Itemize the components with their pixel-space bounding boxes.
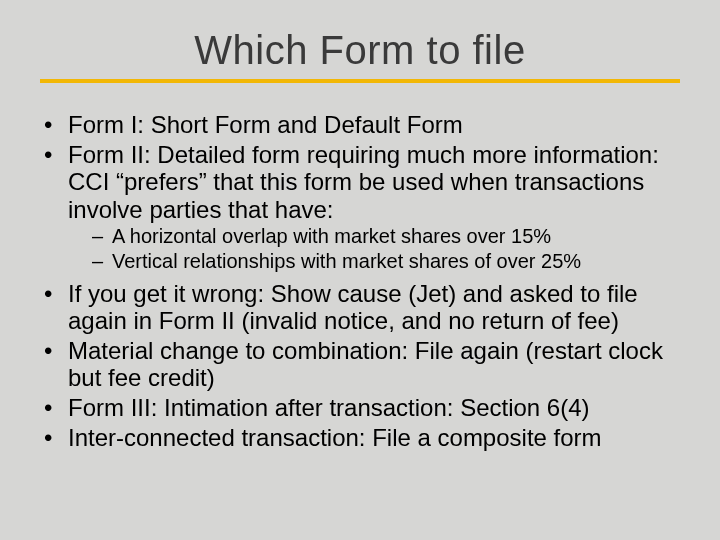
- bullet-text: If you get it wrong: Show cause (Jet) an…: [68, 280, 638, 335]
- bullet-text: Material change to combination: File aga…: [68, 337, 663, 392]
- sub-bullet-text: A horizontal overlap with market shares …: [112, 225, 551, 247]
- sub-bullet-item: A horizontal overlap with market shares …: [92, 225, 680, 249]
- bullet-item: Form III: Intimation after transaction: …: [40, 394, 680, 422]
- sub-bullet-text: Vertical relationships with market share…: [112, 250, 581, 272]
- slide-title: Which Form to file: [190, 28, 529, 75]
- title-wrap: Which Form to file: [34, 28, 686, 75]
- bullet-text: Inter-connected transaction: File a comp…: [68, 424, 602, 451]
- bullet-text: Form III: Intimation after transaction: …: [68, 394, 590, 421]
- sub-bullet-list: A horizontal overlap with market shares …: [68, 225, 680, 273]
- bullet-item: Form II: Detailed form requiring much mo…: [40, 141, 680, 274]
- slide: Which Form to file Form I: Short Form an…: [0, 0, 720, 540]
- bullet-item: If you get it wrong: Show cause (Jet) an…: [40, 280, 680, 335]
- sub-bullet-item: Vertical relationships with market share…: [92, 250, 680, 274]
- bullet-item: Inter-connected transaction: File a comp…: [40, 424, 680, 452]
- title-underline: [40, 79, 680, 83]
- bullet-text: Form II: Detailed form requiring much mo…: [68, 141, 659, 223]
- bullet-item: Material change to combination: File aga…: [40, 337, 680, 392]
- bullet-text: Form I: Short Form and Default Form: [68, 111, 463, 138]
- bullet-list: Form I: Short Form and Default Form Form…: [34, 111, 686, 451]
- bullet-item: Form I: Short Form and Default Form: [40, 111, 680, 139]
